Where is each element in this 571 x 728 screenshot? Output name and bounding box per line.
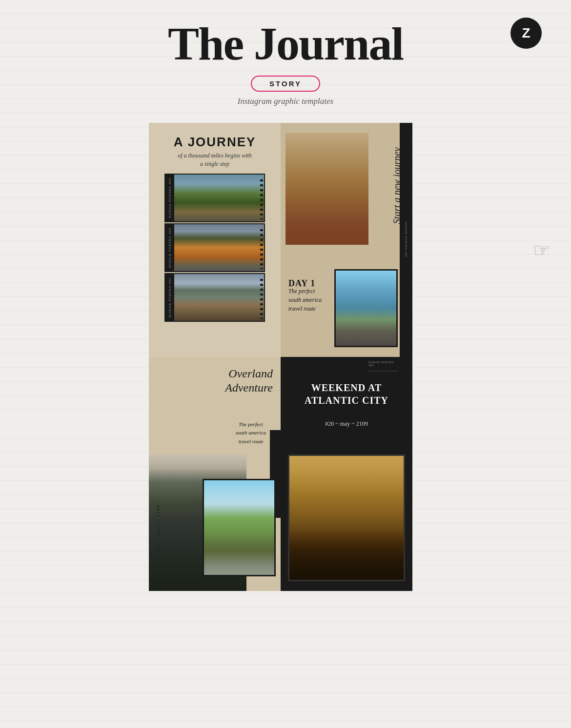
overland-film-frame bbox=[203, 479, 276, 576]
atlantic-film-label: KODAK PORTRA 400 bbox=[368, 357, 398, 372]
journey-title: A JOURNEY bbox=[157, 135, 273, 150]
overland-description: The perfect south america travel route bbox=[229, 420, 273, 446]
city-scene-image bbox=[289, 456, 404, 580]
day-description: The perfect south america travel route bbox=[288, 287, 322, 313]
film-strip: KODAK PORTRA 400 KODAK PORTRA 400 KODAK … bbox=[164, 174, 265, 322]
overland-title: Overland Adventure bbox=[225, 367, 273, 395]
subtitle: Instagram graphic templates bbox=[0, 97, 571, 106]
page-title: The Journal bbox=[0, 20, 571, 69]
templates-grid: A JOURNEY of a thousand miles begins wit… bbox=[149, 123, 422, 591]
valley-image bbox=[204, 480, 274, 575]
card-atlantic-city[interactable]: KODAK PORTRA 400 WEEKEND AT ATLANTIC CIT… bbox=[281, 357, 412, 591]
film-image-forest bbox=[174, 224, 264, 271]
atlantic-date: #20 ~ may ~ 2109 bbox=[325, 420, 368, 428]
aerial-image bbox=[286, 133, 368, 245]
header: Z The Journal STORY Instagram graphic te… bbox=[0, 0, 571, 123]
film-frame-large bbox=[286, 133, 368, 245]
story-badge: STORY bbox=[251, 76, 320, 92]
film-image-road bbox=[174, 175, 264, 221]
brand-icon: Z bbox=[510, 18, 542, 49]
rotated-journey-text: Start a new journey bbox=[391, 147, 403, 224]
cursor-hand-icon: ☞ bbox=[533, 239, 551, 262]
film-frame-3: KODAK PORTRA 400 bbox=[164, 273, 265, 322]
atlantic-title: WEEKEND AT ATLANTIC CITY bbox=[305, 381, 388, 407]
film-frame-2: KODAK PORTRA 400 bbox=[164, 223, 265, 272]
coastal-image bbox=[336, 271, 396, 346]
card-journey[interactable]: A JOURNEY of a thousand miles begins wit… bbox=[149, 123, 281, 357]
film-image-wall bbox=[174, 274, 264, 321]
film-frame-1: KODAK PORTRA 400 bbox=[164, 174, 265, 222]
film-frame-small bbox=[334, 269, 398, 347]
card-overland[interactable]: Overland Adventure The perfect south ame… bbox=[149, 357, 281, 591]
card-new-journey[interactable]: Start a new journey KODAK PORTRA 400 DAY… bbox=[281, 123, 412, 357]
journey-subtitle: of a thousand miles begins with a single… bbox=[157, 152, 273, 168]
atlantic-film-frame bbox=[288, 454, 405, 581]
overland-date: #20 ~ may ~ 2109 bbox=[156, 504, 161, 552]
page-content: Z The Journal STORY Instagram graphic te… bbox=[0, 0, 571, 591]
